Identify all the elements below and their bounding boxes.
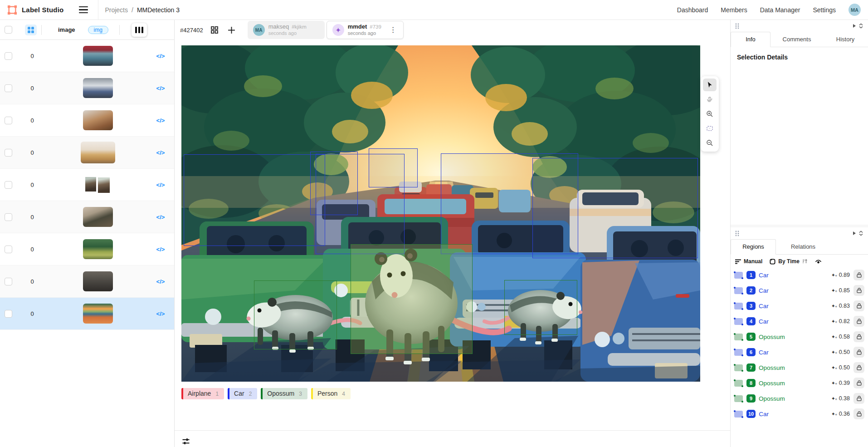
task-thumbnail[interactable] xyxy=(83,239,113,259)
label-button-opossum[interactable]: Opossum3 xyxy=(261,388,307,399)
row-checkbox[interactable] xyxy=(5,84,12,92)
task-row[interactable]: 0</> xyxy=(0,104,174,137)
code-icon[interactable]: </> xyxy=(151,53,170,59)
task-thumbnail[interactable] xyxy=(83,175,113,195)
order-by-button[interactable]: By Time xyxy=(770,258,807,265)
task-row[interactable]: 0</> xyxy=(0,40,174,72)
task-row[interactable]: 0</> xyxy=(0,233,174,265)
collapse-panel-icon[interactable] xyxy=(858,22,864,29)
row-checkbox[interactable] xyxy=(5,52,12,60)
region-item[interactable]: 7Opossum✦₊0.50 xyxy=(731,360,868,375)
detach-panel-icon[interactable] xyxy=(851,23,858,29)
lock-region-icon[interactable] xyxy=(853,393,864,404)
region-item[interactable]: 3Car✦₊0.83 xyxy=(731,298,868,314)
row-checkbox[interactable] xyxy=(5,117,12,124)
settings-sliders-icon[interactable] xyxy=(181,437,190,447)
add-annotation-icon[interactable] xyxy=(226,24,238,36)
task-thumbnail[interactable] xyxy=(83,271,113,291)
annotation-tab-mmdet[interactable]: ✦mmdet#739seconds ago⋮ xyxy=(327,21,404,39)
lock-region-icon[interactable] xyxy=(853,331,864,342)
task-row[interactable]: 0</> xyxy=(0,201,174,233)
region-box-opossum[interactable] xyxy=(351,244,473,354)
tab-info[interactable]: Info xyxy=(731,32,770,47)
nav-link-dashboard[interactable]: Dashboard xyxy=(677,6,708,14)
tab-history[interactable]: History xyxy=(823,32,868,47)
region-item[interactable]: 9Opossum✦₊0.38 xyxy=(731,391,868,406)
code-icon[interactable]: </> xyxy=(151,246,170,253)
lock-region-icon[interactable] xyxy=(853,285,864,296)
task-row[interactable]: 0</> xyxy=(0,72,174,104)
row-checkbox[interactable] xyxy=(5,310,12,318)
column-header-image[interactable]: image xyxy=(58,26,75,33)
tab-relations[interactable]: Relations xyxy=(776,239,830,254)
lock-region-icon[interactable] xyxy=(853,316,864,327)
breadcrumb-projects[interactable]: Projects xyxy=(105,6,128,14)
lock-region-icon[interactable] xyxy=(853,347,864,358)
nav-link-data-manager[interactable]: Data Manager xyxy=(760,6,800,14)
region-item[interactable]: 6Car✦₊0.50 xyxy=(731,344,868,360)
task-row[interactable]: 0</> xyxy=(0,137,174,169)
pan-tool-icon[interactable] xyxy=(703,93,717,106)
lock-region-icon[interactable] xyxy=(853,270,864,280)
region-box-car[interactable] xyxy=(532,158,698,258)
code-icon[interactable]: </> xyxy=(151,85,170,92)
region-item[interactable]: 4Car✦₊0.82 xyxy=(731,314,868,329)
task-thumbnail[interactable] xyxy=(83,110,113,130)
region-box-opossum[interactable] xyxy=(504,280,577,335)
code-icon[interactable]: </> xyxy=(151,182,170,188)
task-thumbnail[interactable] xyxy=(83,304,113,324)
move-tool-icon[interactable] xyxy=(703,79,717,91)
lock-region-icon[interactable] xyxy=(853,300,864,311)
code-icon[interactable]: </> xyxy=(151,310,170,317)
group-by-button[interactable]: Manual xyxy=(735,258,762,265)
row-checkbox[interactable] xyxy=(5,213,12,221)
task-thumbnail[interactable] xyxy=(83,207,113,227)
row-checkbox[interactable] xyxy=(5,246,12,253)
task-row[interactable]: 0</> xyxy=(0,265,174,298)
fit-screen-tool-icon[interactable] xyxy=(703,122,717,135)
region-item[interactable]: 2Car✦₊0.85 xyxy=(731,283,868,298)
row-checkbox[interactable] xyxy=(5,278,12,285)
label-button-airplane[interactable]: Airplane1 xyxy=(181,388,224,399)
zoom-in-tool-icon[interactable] xyxy=(703,108,717,120)
region-item[interactable]: 5Opossum✦₊0.58 xyxy=(731,329,868,344)
toggle-visibility-icon[interactable] xyxy=(815,259,822,264)
task-row[interactable]: 0</> xyxy=(0,169,174,201)
code-icon[interactable]: </> xyxy=(151,214,170,221)
view-all-annotations-icon[interactable] xyxy=(209,24,220,36)
select-all-checkbox[interactable] xyxy=(5,26,12,34)
task-thumbnail[interactable] xyxy=(83,78,113,98)
annotation-menu-icon[interactable]: ⋮ xyxy=(390,26,397,34)
column-type-tag[interactable]: img xyxy=(88,26,108,34)
task-thumbnail[interactable] xyxy=(83,46,113,66)
code-icon[interactable]: </> xyxy=(151,149,170,156)
drag-handle-icon[interactable] xyxy=(734,230,740,237)
tab-comments[interactable]: Comments xyxy=(770,32,823,47)
tab-regions[interactable]: Regions xyxy=(731,239,776,255)
region-box-car[interactable] xyxy=(184,154,325,246)
task-image[interactable] xyxy=(181,45,700,382)
nav-link-members[interactable]: Members xyxy=(721,6,747,14)
task-thumbnail[interactable] xyxy=(81,142,115,163)
lock-region-icon[interactable] xyxy=(853,408,864,419)
row-checkbox[interactable] xyxy=(5,149,12,157)
label-button-car[interactable]: Car2 xyxy=(228,388,257,399)
grid-view-toggle-icon[interactable] xyxy=(25,25,37,35)
annotation-tab-makseq[interactable]: MAmakseq#kjikmseconds ago xyxy=(248,21,325,39)
collapse-panel-icon[interactable] xyxy=(858,230,864,237)
columns-settings-icon[interactable] xyxy=(132,23,147,37)
nav-link-settings[interactable]: Settings xyxy=(813,6,836,14)
code-icon[interactable]: </> xyxy=(151,117,170,124)
user-avatar[interactable]: MA xyxy=(848,4,861,16)
lock-region-icon[interactable] xyxy=(853,378,864,388)
row-checkbox[interactable] xyxy=(5,181,12,189)
lock-region-icon[interactable] xyxy=(853,362,864,373)
region-box-opossum[interactable] xyxy=(254,280,337,349)
region-box-car[interactable] xyxy=(369,148,418,188)
region-item[interactable]: 8Opossum✦₊0.39 xyxy=(731,375,868,391)
detach-panel-icon[interactable] xyxy=(851,230,858,236)
zoom-out-tool-icon[interactable] xyxy=(703,137,717,149)
drag-handle-icon[interactable] xyxy=(734,22,740,30)
region-item[interactable]: 10Car✦₊0.36 xyxy=(731,406,868,422)
region-item[interactable]: 1Car✦₊0.89 xyxy=(731,267,868,283)
